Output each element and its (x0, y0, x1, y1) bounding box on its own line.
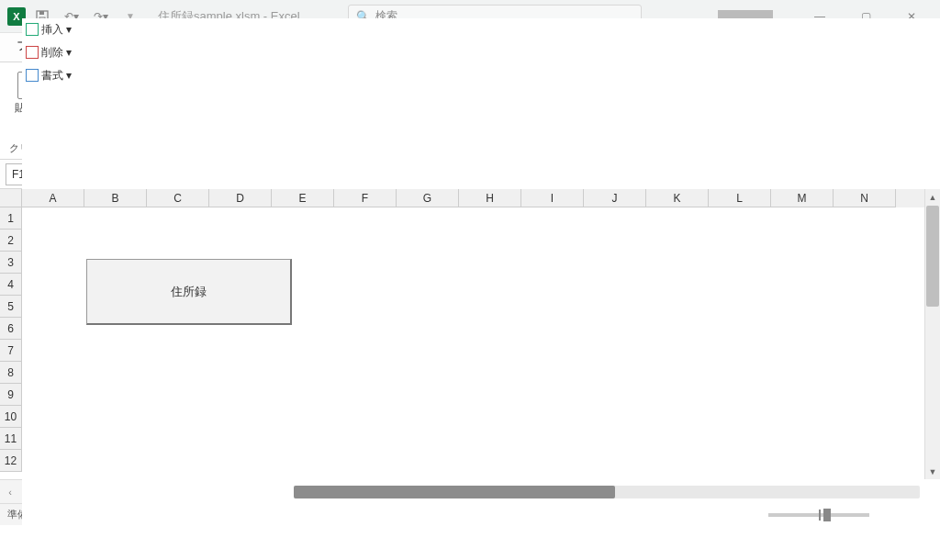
col-header-I[interactable]: I (521, 189, 584, 207)
row-header-1[interactable]: 1 (0, 207, 22, 230)
col-header-G[interactable]: G (397, 189, 459, 207)
col-header-N[interactable]: N (834, 189, 896, 207)
col-header-A[interactable]: A (22, 189, 84, 207)
col-header-B[interactable]: B (84, 189, 147, 207)
col-header-F[interactable]: F (334, 189, 397, 207)
select-all-corner[interactable] (0, 189, 22, 207)
delete-icon (26, 46, 39, 59)
sheet-nav-prev[interactable]: ‹ (0, 487, 20, 498)
row-header-6[interactable]: 6 (0, 318, 22, 340)
row-header-5[interactable]: 5 (0, 296, 22, 318)
delete-cells-button[interactable]: 削除 ▾ (22, 42, 940, 62)
format-icon (26, 69, 39, 82)
col-header-L[interactable]: L (709, 189, 771, 207)
col-header-E[interactable]: E (272, 189, 334, 207)
vertical-scrollbar[interactable]: ▲ ▼ (924, 189, 940, 479)
row-header-10[interactable]: 10 (0, 406, 22, 428)
macro-button-addressbook[interactable]: 住所録 (86, 259, 292, 325)
row-header-3[interactable]: 3 (0, 252, 22, 274)
svg-rect-2 (39, 11, 44, 15)
row-header-9[interactable]: 9 (0, 384, 22, 406)
row-header-2[interactable]: 2 (0, 230, 22, 252)
insert-cells-button[interactable]: 挿入 ▾ (22, 19, 940, 39)
scroll-down-arrow[interactable]: ▼ (925, 464, 940, 479)
row-header-8[interactable]: 8 (0, 362, 22, 384)
row-header-12[interactable]: 12 (0, 450, 22, 472)
scroll-up-arrow[interactable]: ▲ (925, 189, 940, 205)
col-header-D[interactable]: D (209, 189, 272, 207)
row-header-4[interactable]: 4 (0, 274, 22, 296)
horizontal-scrollbar[interactable] (294, 486, 920, 498)
hscroll-thumb[interactable] (294, 486, 615, 498)
row-header-7[interactable]: 7 (0, 340, 22, 362)
row-header-11[interactable]: 11 (0, 428, 22, 450)
insert-icon (26, 23, 39, 36)
col-header-K[interactable]: K (646, 189, 709, 207)
zoom-slider[interactable] (768, 513, 869, 517)
col-header-H[interactable]: H (459, 189, 521, 207)
col-header-J[interactable]: J (584, 189, 646, 207)
cell-area[interactable]: 住所録 (22, 207, 924, 479)
zoom-slider-thumb[interactable] (823, 509, 831, 521)
scroll-thumb[interactable] (926, 206, 939, 307)
col-header-M[interactable]: M (771, 189, 834, 207)
format-cells-button[interactable]: 書式 ▾ (22, 65, 940, 85)
col-header-C[interactable]: C (147, 189, 209, 207)
